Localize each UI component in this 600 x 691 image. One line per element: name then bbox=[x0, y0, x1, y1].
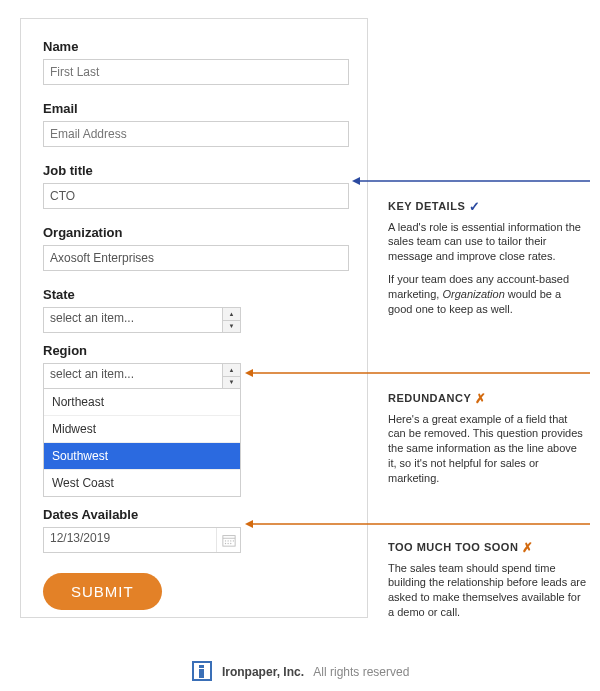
state-select-value: select an item... bbox=[50, 311, 134, 325]
annotation-title: REDUNDANCY ✗ bbox=[388, 390, 588, 408]
name-input[interactable] bbox=[43, 59, 349, 85]
job-title-label: Job title bbox=[43, 163, 349, 178]
email-field-group: Email bbox=[43, 101, 349, 157]
dates-input[interactable]: 12/13/2019 bbox=[43, 527, 241, 553]
region-option-selected[interactable]: Southwest bbox=[44, 443, 240, 470]
annotation-key-details: KEY DETAILS ✓ A lead's role is essential… bbox=[388, 198, 588, 325]
svg-point-7 bbox=[227, 543, 228, 544]
email-input[interactable] bbox=[43, 121, 349, 147]
spinner-icon: ▲ ▼ bbox=[222, 364, 240, 388]
svg-marker-9 bbox=[352, 177, 360, 185]
job-title-field-group: Job title bbox=[43, 163, 349, 219]
x-icon: ✗ bbox=[475, 390, 487, 408]
state-select[interactable]: select an item... ▲ ▼ bbox=[43, 307, 241, 333]
svg-marker-11 bbox=[245, 369, 253, 377]
svg-rect-17 bbox=[199, 669, 204, 678]
chevron-up-icon: ▲ bbox=[223, 308, 240, 321]
svg-point-5 bbox=[232, 540, 233, 541]
region-select-value: select an item... bbox=[50, 367, 134, 381]
region-option[interactable]: Northeast bbox=[44, 389, 240, 416]
svg-rect-16 bbox=[199, 665, 204, 668]
chevron-down-icon: ▼ bbox=[223, 321, 240, 333]
submit-button[interactable]: SUBMIT bbox=[43, 573, 162, 610]
svg-point-4 bbox=[230, 540, 231, 541]
svg-point-3 bbox=[227, 540, 228, 541]
annotation-text: The sales team should spend time buildin… bbox=[388, 561, 588, 620]
annotation-redundancy: REDUNDANCY ✗ Here's a great example of a… bbox=[388, 390, 588, 494]
footer: Ironpaper, Inc. All rights reserved bbox=[0, 660, 600, 685]
svg-point-8 bbox=[230, 543, 231, 544]
region-option[interactable]: West Coast bbox=[44, 470, 240, 496]
svg-point-2 bbox=[224, 540, 225, 541]
email-label: Email bbox=[43, 101, 349, 116]
calendar-icon bbox=[216, 528, 240, 552]
annotation-text: If your team does any account-based mark… bbox=[388, 272, 588, 317]
check-icon: ✓ bbox=[469, 198, 481, 216]
svg-point-6 bbox=[224, 543, 225, 544]
x-icon: ✗ bbox=[522, 539, 534, 557]
chevron-up-icon: ▲ bbox=[223, 364, 240, 377]
annotation-title: KEY DETAILS ✓ bbox=[388, 198, 588, 216]
name-field-group: Name bbox=[43, 39, 349, 95]
organization-input[interactable] bbox=[43, 245, 349, 271]
footer-brand: Ironpaper, Inc. bbox=[222, 665, 304, 679]
footer-rights: All rights reserved bbox=[313, 665, 409, 679]
name-label: Name bbox=[43, 39, 349, 54]
job-title-input[interactable] bbox=[43, 183, 349, 209]
spinner-icon: ▲ ▼ bbox=[222, 308, 240, 332]
dates-value: 12/13/2019 bbox=[50, 531, 110, 545]
annotation-text: A lead's role is essential information t… bbox=[388, 220, 588, 265]
state-label: State bbox=[43, 287, 349, 302]
region-select[interactable]: select an item... ▲ ▼ bbox=[43, 363, 241, 389]
svg-marker-13 bbox=[245, 520, 253, 528]
region-label: Region bbox=[43, 343, 349, 358]
ironpaper-logo-icon bbox=[191, 660, 213, 685]
annotation-title: TOO MUCH TOO SOON ✗ bbox=[388, 539, 588, 557]
chevron-down-icon: ▼ bbox=[223, 377, 240, 389]
region-option[interactable]: Midwest bbox=[44, 416, 240, 443]
region-field-group: Region select an item... ▲ ▼ Northeast M… bbox=[43, 343, 349, 497]
organization-label: Organization bbox=[43, 225, 349, 240]
annotation-too-much: TOO MUCH TOO SOON ✗ The sales team shoul… bbox=[388, 539, 588, 628]
annotation-text: Here's a great example of a field that c… bbox=[388, 412, 588, 486]
dates-field-group: Dates Available 12/13/2019 bbox=[43, 507, 349, 553]
region-dropdown[interactable]: Northeast Midwest Southwest West Coast bbox=[43, 389, 241, 497]
organization-field-group: Organization bbox=[43, 225, 349, 281]
state-field-group: State select an item... ▲ ▼ bbox=[43, 287, 349, 333]
